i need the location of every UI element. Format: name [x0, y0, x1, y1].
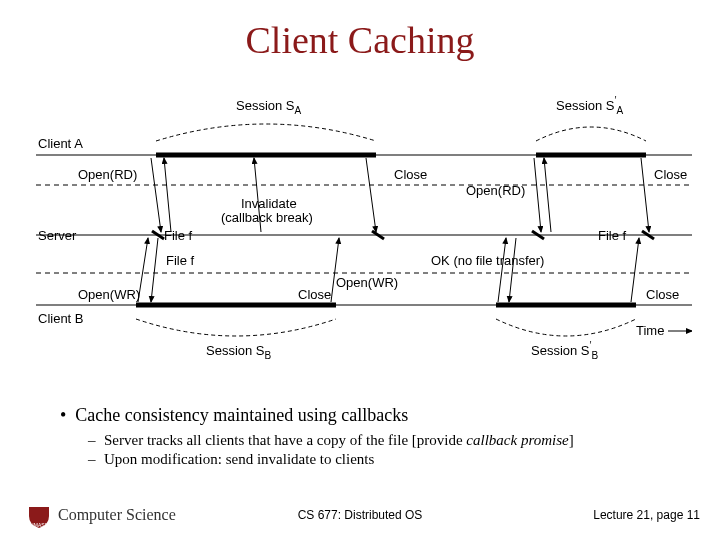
- filef-2: File f: [166, 253, 195, 268]
- svg-line-17: [534, 158, 541, 232]
- svg-line-25: [631, 238, 639, 302]
- svg-text:Session SB: Session SB: [206, 343, 272, 361]
- session-sb-right: Session S: [531, 343, 590, 358]
- open-wr-b1: Open(WR): [78, 287, 140, 302]
- svg-text:Session SA: Session SA: [236, 98, 302, 116]
- filef-3: File f: [598, 228, 627, 243]
- open-rd-a2: Open(RD): [466, 183, 525, 198]
- session-sb-left: Session S: [206, 343, 265, 358]
- invalidate-1: Invalidate: [241, 196, 297, 211]
- session-sa-right: Session S: [556, 98, 615, 113]
- svg-line-14: [164, 158, 171, 232]
- svg-line-19: [641, 158, 649, 232]
- svg-line-15: [366, 158, 376, 232]
- close-b1: Close: [298, 287, 331, 302]
- svg-text:Session S′A: Session S′A: [556, 95, 623, 116]
- label-server: Server: [38, 228, 77, 243]
- svg-line-23: [498, 238, 506, 302]
- bullet-sub-1: –Server tracks all clients that have a c…: [88, 432, 690, 449]
- svg-line-22: [331, 238, 339, 302]
- session-sa-left: Session S: [236, 98, 295, 113]
- svg-text:UMASS: UMASS: [30, 522, 48, 528]
- filef-1: File f: [164, 228, 193, 243]
- timing-diagram: Client A Server Client B: [36, 95, 692, 370]
- open-rd-a1: Open(RD): [78, 167, 137, 182]
- page-number: Lecture 21, page 11: [593, 508, 700, 522]
- close-a2: Close: [654, 167, 687, 182]
- close-a1: Close: [394, 167, 427, 182]
- svg-line-18: [544, 158, 551, 232]
- bullet-list: • Cache consistency maintained using cal…: [60, 405, 690, 470]
- close-b2: Close: [646, 287, 679, 302]
- svg-line-24: [509, 238, 516, 302]
- open-wr-b2: Open(WR): [336, 275, 398, 290]
- svg-text:Session S′B: Session S′B: [531, 340, 598, 361]
- time-label: Time: [636, 323, 664, 338]
- bullet-main: • Cache consistency maintained using cal…: [60, 405, 690, 426]
- svg-line-13: [151, 158, 161, 232]
- slide-title: Client Caching: [0, 18, 720, 62]
- slide: Client Caching Client A Server Client B: [0, 0, 720, 540]
- label-client-a: Client A: [38, 136, 83, 151]
- ok-no-transfer: OK (no file transfer): [431, 253, 544, 268]
- svg-line-21: [151, 238, 158, 302]
- bullet-sub-2: –Upon modification: send invalidate to c…: [88, 451, 690, 468]
- invalidate-2: (callback break): [221, 210, 313, 225]
- label-client-b: Client B: [38, 311, 84, 326]
